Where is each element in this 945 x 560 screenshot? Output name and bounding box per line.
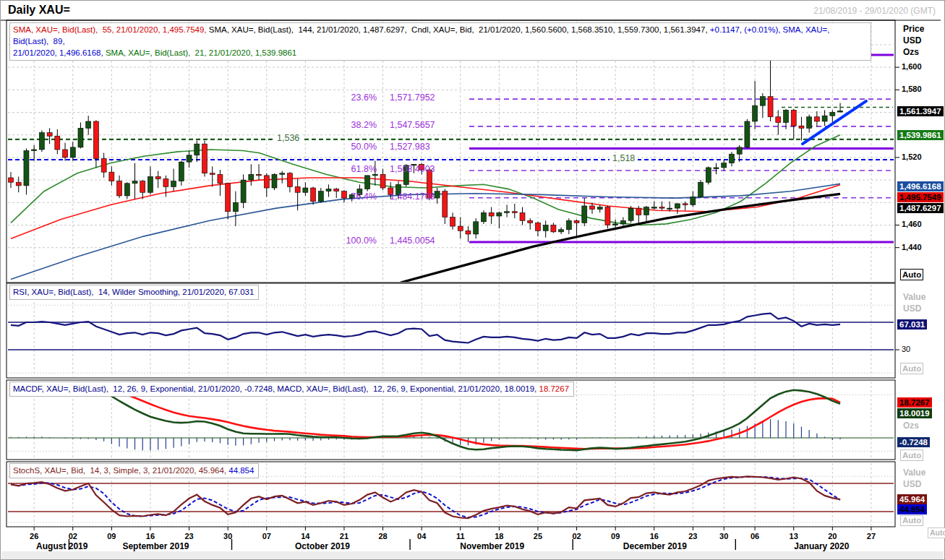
stoch-panel-border — [7, 462, 895, 527]
macd-panel-border — [7, 380, 895, 460]
main-panel-border — [7, 20, 895, 283]
main-panel-layer[interactable] — [8, 22, 894, 283]
date-range: 21/08/2019 - 29/01/2020 (GMT) — [813, 6, 936, 16]
window-bottom-strip — [1, 551, 944, 559]
page-title: Daily XAU= — [8, 4, 70, 17]
stoch-panel-layer[interactable] — [8, 463, 894, 525]
sma-55-line[interactable] — [11, 178, 840, 238]
price-chart-canvas[interactable] — [1, 1, 945, 560]
rsi-panel-layer[interactable] — [8, 285, 894, 376]
rsi-line[interactable] — [11, 314, 840, 343]
chart-window: Daily XAU= 21/08/2019 - 29/01/2020 (GMT)… — [0, 0, 945, 560]
macd-panel-layer[interactable] — [8, 382, 894, 458]
rsi-panel-border — [7, 283, 895, 378]
